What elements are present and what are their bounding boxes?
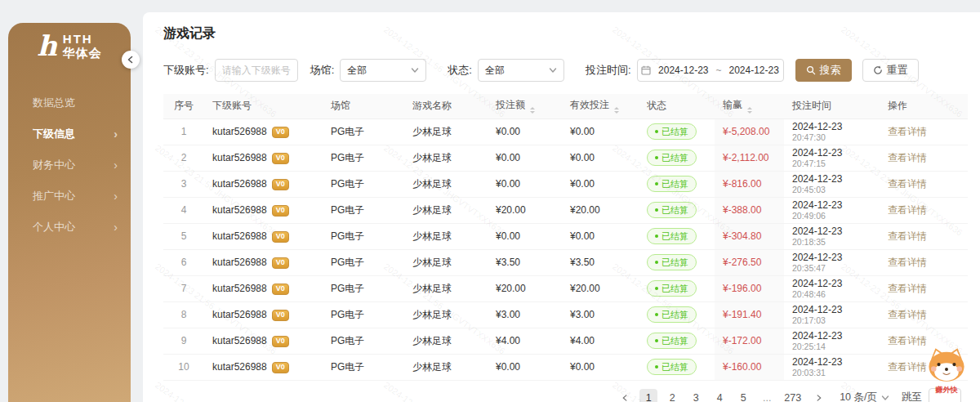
venue-select[interactable]: 全部	[340, 59, 426, 82]
column-header-10: 操作	[880, 94, 968, 118]
cell-valid-bet: ¥0.00	[562, 145, 639, 171]
search-button-label: 搜索	[820, 63, 841, 78]
cell-action: 查看详情	[880, 223, 968, 249]
cell-bet-amount: ¥3.00	[488, 302, 562, 328]
view-details-link[interactable]: 查看详情	[888, 257, 927, 268]
sidebar-item-3[interactable]: 财务中心›	[8, 150, 131, 181]
search-button[interactable]: 搜索	[795, 59, 852, 82]
table-row: 5kutar526988V0PG电子少林足球¥0.00¥0.00已结算¥-304…	[163, 223, 968, 249]
cell-status: 已结算	[639, 197, 715, 223]
status-select-value: 全部	[485, 64, 505, 78]
view-details-link[interactable]: 查看详情	[888, 361, 927, 373]
logo-text-cn: 华体会	[63, 47, 102, 60]
account-input[interactable]	[215, 59, 298, 82]
page-button-1[interactable]: 1	[639, 389, 657, 402]
view-details-link[interactable]: 查看详情	[888, 126, 927, 137]
account-name: kutar526988	[212, 152, 267, 163]
column-header-6[interactable]: 有效投注	[562, 94, 639, 118]
cell-index: 9	[163, 328, 204, 354]
page-button-2[interactable]: 2	[663, 389, 681, 402]
sidebar-collapse-button[interactable]	[122, 51, 140, 69]
page-button-5[interactable]: 5	[734, 389, 752, 402]
sort-icon[interactable]	[530, 107, 535, 114]
page-button-3[interactable]: 3	[687, 389, 705, 402]
cell-action: 查看详情	[880, 249, 968, 275]
column-header-8[interactable]: 输赢	[715, 94, 784, 118]
cell-index: 10	[163, 354, 204, 380]
app-root: h HTH 华体会 数据总览下级信息›财务中心›推广中心›个人中心› 游戏记录 …	[0, 0, 980, 402]
chevron-right-icon: ›	[114, 128, 118, 140]
cell-index: 1	[163, 118, 204, 145]
cell-venue: PG电子	[323, 145, 404, 171]
column-header-1: 序号	[163, 94, 204, 118]
status-text: 已结算	[662, 152, 688, 164]
cell-bet-time: 2024-12-2320:25:14	[784, 328, 880, 354]
vip-badge: V0	[272, 257, 289, 269]
cell-status: 已结算	[639, 302, 715, 328]
column-header-label: 投注时间	[792, 100, 831, 111]
cell-venue: PG电子	[323, 275, 404, 302]
cell-bet-amount: ¥4.00	[488, 328, 562, 354]
page-button-273[interactable]: 273	[782, 389, 804, 402]
account-name: kutar526988	[212, 309, 267, 320]
status-select[interactable]: 全部	[478, 59, 564, 82]
status-badge: 已结算	[647, 333, 697, 349]
column-header-label: 场馆	[331, 100, 350, 111]
next-page-button[interactable]	[809, 389, 827, 402]
cell-index: 3	[163, 171, 204, 197]
page-size-select[interactable]: 10 条/页	[840, 391, 889, 402]
table-row: 1kutar526988V0PG电子少林足球¥0.00¥0.00已结算¥-5,2…	[163, 118, 968, 145]
bet-clock: 20:47:30	[792, 132, 871, 143]
view-details-link[interactable]: 查看详情	[888, 204, 927, 216]
sidebar-item-1[interactable]: 数据总览	[8, 87, 131, 118]
cell-action: 查看详情	[880, 197, 968, 223]
cell-status: 已结算	[639, 171, 715, 197]
sidebar-item-5[interactable]: 个人中心›	[8, 212, 131, 243]
sidebar: h HTH 华体会 数据总览下级信息›财务中心›推广中心›个人中心›	[8, 23, 131, 402]
cell-winloss: ¥-2,112.00	[715, 145, 784, 171]
sort-down-caret	[747, 111, 752, 114]
account-name: kutar526988	[212, 335, 267, 346]
view-details-link[interactable]: 查看详情	[888, 309, 927, 320]
reset-button[interactable]: 重置	[862, 59, 919, 82]
bet-clock: 20:18:35	[792, 237, 871, 248]
cell-status: 已结算	[639, 118, 715, 145]
view-details-link[interactable]: 查看详情	[888, 152, 927, 163]
column-header-5[interactable]: 投注额	[488, 94, 562, 118]
sort-icon[interactable]	[614, 107, 619, 114]
venue-select-value: 全部	[347, 64, 367, 78]
view-details-link[interactable]: 查看详情	[888, 178, 927, 190]
page-ellipsis: ...	[758, 389, 776, 402]
view-details-link[interactable]: 查看详情	[888, 335, 927, 346]
date-range-picker[interactable]: 2024-12-23 ~ 2024-12-23	[637, 59, 784, 82]
shiba-mascot[interactable]: 赚外快	[923, 347, 970, 395]
reset-button-label: 重置	[887, 63, 908, 78]
bet-clock: 20:17:03	[792, 315, 871, 326]
cell-account: kutar526988V0	[204, 171, 323, 197]
sidebar-item-2[interactable]: 下级信息›	[8, 118, 131, 150]
sidebar-menu: 数据总览下级信息›财务中心›推广中心›个人中心›	[8, 87, 131, 243]
sidebar-item-4[interactable]: 推广中心›	[8, 181, 131, 212]
account-filter-label: 下级账号:	[163, 63, 209, 78]
page-button-4[interactable]: 4	[710, 389, 728, 402]
page-title: 游戏记录	[163, 25, 968, 42]
sort-up-caret	[747, 107, 752, 109]
status-dot-icon	[655, 287, 658, 290]
prev-page-button[interactable]	[616, 389, 634, 402]
view-details-link[interactable]: 查看详情	[888, 230, 927, 242]
bet-date: 2024-12-23	[792, 147, 871, 159]
cell-account: kutar526988V0	[204, 249, 323, 275]
status-badge: 已结算	[647, 150, 697, 166]
cell-game-name: 少林足球	[404, 223, 488, 249]
cell-venue: PG电子	[323, 302, 404, 328]
vip-badge: V0	[272, 127, 289, 138]
brand-logo: h HTH 华体会	[8, 23, 131, 60]
sort-up-caret	[530, 107, 535, 109]
cell-winloss: ¥-5,208.00	[715, 118, 784, 145]
cell-valid-bet: ¥0.00	[562, 354, 639, 380]
cell-bet-time: 2024-12-2320:18:35	[784, 223, 880, 249]
sort-icon[interactable]	[747, 107, 752, 114]
view-details-link[interactable]: 查看详情	[888, 283, 927, 294]
column-header-3: 场馆	[323, 94, 404, 118]
cell-account: kutar526988V0	[204, 118, 323, 145]
